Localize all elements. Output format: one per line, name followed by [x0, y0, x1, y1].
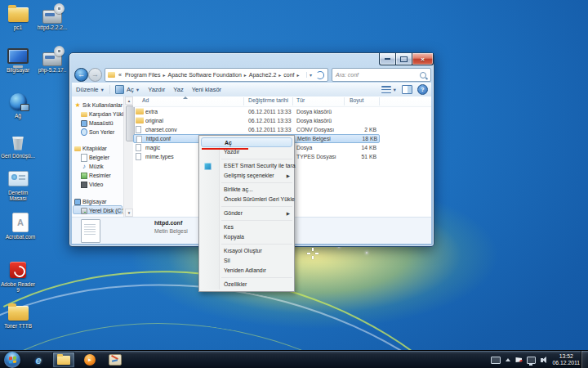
- file-row-original[interactable]: original 06.12.2011 13:33 Dosya klasörü: [133, 116, 431, 125]
- volume-tray-icon[interactable]: [541, 358, 543, 362]
- address-folder-icon: [108, 72, 115, 78]
- nav-item-desktop[interactable]: Masaüstü: [72, 119, 123, 128]
- nav-item-video[interactable]: Video: [72, 180, 123, 189]
- file-icon: [136, 136, 142, 143]
- column-header-size[interactable]: Boyut: [350, 97, 363, 103]
- open-label: Aç: [127, 86, 134, 93]
- open-button[interactable]: Aç ▼: [111, 83, 144, 96]
- forward-button[interactable]: →: [88, 68, 102, 82]
- menu-separator: [221, 244, 292, 245]
- nav-libraries-header[interactable]: Kitaplıklar: [72, 144, 123, 153]
- breadcrumb-apache-software-foundation[interactable]: Apache Software Foundation: [167, 72, 243, 78]
- breadcrumb-program-files[interactable]: Program Files: [123, 72, 163, 78]
- desktop-icon-adobe-reader[interactable]: Adobe Reader 9: [0, 259, 36, 293]
- breadcrumb-overflow[interactable]: «: [117, 72, 123, 78]
- help-icon[interactable]: ?: [417, 84, 428, 95]
- menu-item-eset-scan[interactable]: ESET Smart Security ile tara: [199, 161, 294, 171]
- maximize-button[interactable]: [396, 53, 412, 65]
- menu-item-cut[interactable]: Kes: [199, 222, 294, 232]
- windows7-desktop: { "desktop": { "icons": [ {"label": "pc1…: [0, 0, 588, 368]
- menu-item-open[interactable]: Aç: [201, 137, 292, 147]
- menu-item-create-shortcut[interactable]: Kısayol Oluştur: [199, 246, 294, 256]
- address-bar[interactable]: « Program Files ▸ Apache Software Founda…: [105, 68, 328, 82]
- start-button[interactable]: [4, 352, 20, 368]
- menu-item-open-with[interactable]: Birlikte aç...: [199, 185, 294, 195]
- nav-item-pictures[interactable]: Resimler: [72, 171, 123, 180]
- desktop-icon-httpd-installer[interactable]: httpd-2.2.2...: [33, 2, 72, 30]
- nav-computer-header[interactable]: Bilgisayar: [72, 197, 123, 206]
- folder-icon: [8, 306, 29, 321]
- taskbar-internet-explorer-button[interactable]: e: [27, 352, 50, 368]
- print-button[interactable]: Yazdır: [144, 83, 169, 96]
- taskbar-paint-button[interactable]: [104, 352, 127, 368]
- downloads-folder-icon: [81, 111, 87, 118]
- file-row-extra[interactable]: extra 06.12.2011 13:33 Dosya klasörü: [133, 107, 431, 116]
- acrobat-icon: A: [12, 213, 29, 232]
- back-button[interactable]: ←: [74, 68, 88, 82]
- desktop-icon-network[interactable]: Ağ: [0, 91, 36, 119]
- computer-icon: [74, 199, 81, 205]
- taskbar: e ▸ × 13:52 06.12.2011: [0, 350, 588, 368]
- taskbar-clock[interactable]: 13:52 06.12.2011: [552, 353, 580, 366]
- search-box[interactable]: Ara: conf: [332, 68, 431, 82]
- taskbar-explorer-button-active[interactable]: [52, 352, 75, 368]
- desktop-icon-recycle-bin[interactable]: Geri Dönüşü...: [0, 131, 36, 159]
- show-desktop-button[interactable]: [581, 351, 588, 368]
- menu-item-restore-previous-versions[interactable]: Önceki Sürümleri Geri Yükle: [199, 195, 294, 204]
- chevron-down-icon[interactable]: ▼: [393, 88, 397, 92]
- search-icon[interactable]: [420, 72, 426, 79]
- nav-item-music[interactable]: ♪ Müzik: [72, 162, 123, 171]
- context-menu: Aç Yazdır ESET Smart Security ile tara G…: [198, 135, 295, 292]
- show-hidden-icons-arrow[interactable]: [506, 358, 510, 361]
- refresh-icon[interactable]: [316, 71, 324, 79]
- menu-item-copy[interactable]: Kopyala: [199, 232, 294, 242]
- scroll-up-icon[interactable]: ▲: [125, 96, 133, 105]
- chevron-down-icon: ▼: [100, 88, 105, 92]
- desktop-icon-label: Geri Dönüşü...: [1, 153, 35, 159]
- nav-item-downloads[interactable]: Karşıdan Yüklemeler: [72, 110, 123, 119]
- desktop-icon-acrobat-com[interactable]: A Acrobat.com: [0, 212, 41, 240]
- close-button[interactable]: ×: [412, 53, 434, 65]
- nav-item-documents[interactable]: Belgeler: [72, 153, 123, 162]
- desktop-icon-label: Ağ: [15, 113, 21, 119]
- menu-item-delete[interactable]: Sil: [199, 256, 294, 266]
- action-center-flag-icon[interactable]: ×: [515, 357, 522, 362]
- new-folder-button[interactable]: Yeni klasör: [188, 83, 225, 96]
- adobe-reader-icon: [10, 262, 26, 278]
- menu-item-send-to[interactable]: Gönder▶: [199, 209, 294, 218]
- breadcrumb-apache22[interactable]: Apache2.2: [247, 72, 278, 78]
- column-header-modified[interactable]: Değiştirme tarihi: [248, 97, 288, 103]
- menu-item-advanced-options[interactable]: Gelişmiş seçenekler▶: [199, 171, 294, 181]
- menu-item-properties[interactable]: Özellikler: [199, 280, 294, 289]
- organize-button[interactable]: Düzenle ▼: [72, 83, 109, 96]
- desktop-icon-label: Denetim Masası: [0, 190, 36, 201]
- minimize-icon: [385, 58, 390, 60]
- desktop-icon-toner-folder[interactable]: Toner TTTB: [0, 301, 36, 329]
- file-row-charset-conv[interactable]: charset.conv 06.12.2011 13:33 CONV Dosya…: [133, 125, 431, 134]
- breadcrumb-conf[interactable]: conf: [282, 72, 296, 78]
- window-caption-buttons: ×: [379, 53, 434, 65]
- nav-item-local-disk-c[interactable]: Yerel Disk (C:): [72, 206, 123, 215]
- desktop-icon-php-installer[interactable]: php-5.2.17..: [33, 45, 72, 73]
- nav-pane-scrollbar[interactable]: ▲ ▼: [123, 96, 133, 217]
- star-icon: ★: [74, 102, 81, 109]
- desktop-icon-control-panel[interactable]: Denetim Masası: [0, 168, 36, 201]
- desktop-icon-computer[interactable]: Bilgisayar: [0, 45, 36, 73]
- column-header-type[interactable]: Tür: [296, 97, 305, 103]
- minimize-button[interactable]: [379, 53, 396, 65]
- nav-item-recent-places[interactable]: Son Yerler: [72, 128, 123, 137]
- column-header-name[interactable]: Ad: [142, 97, 149, 103]
- address-dropdown-icon[interactable]: ▾: [306, 72, 314, 78]
- organize-label: Düzenle: [76, 86, 99, 93]
- preview-pane-icon[interactable]: [402, 85, 412, 94]
- change-view-icon[interactable]: [381, 85, 391, 94]
- clock-time: 13:52: [552, 353, 580, 360]
- nav-favorites-header[interactable]: ★ Sık Kullanılanlar: [72, 101, 123, 110]
- burn-button[interactable]: Yaz: [169, 83, 187, 96]
- scroll-down-icon[interactable]: ▼: [125, 209, 133, 217]
- network-tray-icon[interactable]: [527, 357, 536, 364]
- device-tray-icon[interactable]: [491, 357, 501, 364]
- desktop-icon-pc1[interactable]: pc1: [0, 2, 36, 30]
- taskbar-media-player-button[interactable]: ▸: [78, 352, 101, 368]
- menu-item-rename[interactable]: Yeniden Adlandır: [199, 266, 294, 276]
